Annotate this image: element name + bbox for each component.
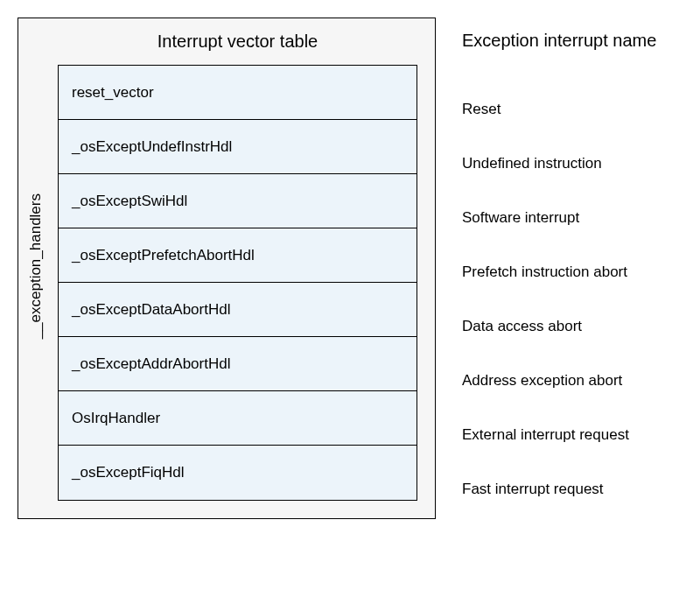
interrupt-name-text: Prefetch instruction abort (462, 263, 627, 281)
vector-row: _osExceptDataAbortHdl (59, 283, 416, 337)
interrupt-name-text: Data access abort (462, 318, 582, 335)
interrupt-name-text: Reset (462, 101, 500, 118)
table-title: Interrupt vector table (58, 32, 417, 52)
interrupt-name: External interrupt request (462, 406, 656, 460)
labels-column: Exception interrupt name Reset Undefined… (462, 18, 656, 515)
interrupt-name: Prefetch instruction abort (462, 243, 656, 298)
interrupt-name: Reset (462, 81, 656, 135)
vector-row: _osExceptPrefetchAbortHdl (59, 228, 416, 283)
vector-handler: _osExceptSwiHdl (72, 193, 187, 210)
exception-handlers-label: __exception_handlers (27, 193, 45, 339)
vector-table: reset_vector _osExceptUndefInstrHdl _osE… (58, 65, 417, 501)
table-area: Interrupt vector table reset_vector _osE… (58, 32, 417, 501)
interrupt-name-text: External interrupt request (462, 426, 629, 444)
interrupt-name: Address exception abort (462, 352, 656, 406)
vector-row: _osExceptUndefInstrHdl (59, 120, 416, 174)
vertical-label-container: __exception_handlers (27, 34, 45, 498)
interrupt-name: Undefined instruction (462, 135, 656, 189)
vector-row: reset_vector (59, 66, 416, 120)
vector-handler: _osExceptFiqHdl (72, 464, 185, 481)
vector-handler: _osExceptPrefetchAbortHdl (72, 247, 255, 264)
interrupt-vector-diagram: __exception_handlers Interrupt vector ta… (18, 18, 682, 519)
labels-header: Exception interrupt name (462, 31, 656, 54)
vector-handler: _osExceptUndefInstrHdl (72, 138, 232, 156)
interrupt-name-text: Software interrupt (462, 209, 579, 227)
vector-row: OsIrqHandler (59, 391, 416, 446)
interrupt-name-text: Address exception abort (462, 372, 622, 390)
interrupt-name: Data access abort (462, 298, 656, 352)
interrupt-name: Software interrupt (462, 189, 656, 243)
vector-row: _osExceptAddrAbortHdl (59, 337, 416, 391)
exception-handlers-box: __exception_handlers Interrupt vector ta… (18, 18, 436, 519)
vector-handler: OsIrqHandler (72, 410, 160, 427)
vector-row: _osExceptSwiHdl (59, 174, 416, 228)
interrupt-name: Fast interrupt request (462, 460, 656, 515)
vector-handler: reset_vector (72, 84, 154, 102)
interrupt-name-text: Fast interrupt request (462, 481, 604, 498)
interrupt-name-text: Undefined instruction (462, 155, 602, 172)
vector-row: _osExceptFiqHdl (59, 446, 416, 500)
vector-handler: _osExceptAddrAbortHdl (72, 355, 230, 373)
vector-handler: _osExceptDataAbortHdl (72, 301, 230, 319)
